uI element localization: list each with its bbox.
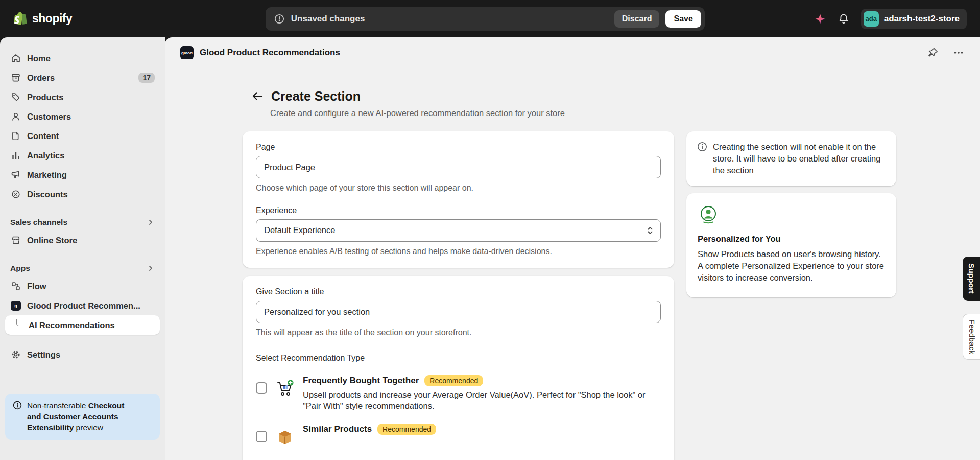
- sidebar-item-online-store[interactable]: Online Store: [5, 231, 160, 250]
- sidebar-item-flow[interactable]: Flow: [5, 277, 160, 296]
- feature-text: Show Products based on user's browsing h…: [698, 248, 885, 284]
- sidebar-item-marketing[interactable]: Marketing: [5, 165, 160, 185]
- home-icon: [10, 53, 21, 63]
- shopify-bag-icon: [13, 11, 28, 27]
- page-subtitle: Create and configure a new AI-powered re…: [270, 108, 674, 118]
- sidebar-item-label: Online Store: [27, 236, 77, 245]
- option-text: Frequently Bought Together Recommended U…: [303, 375, 661, 412]
- experience-selected-value: Default Experience: [264, 225, 335, 235]
- analytics-bars-icon: [10, 150, 21, 160]
- more-actions-icon[interactable]: [952, 47, 965, 59]
- glood-app-icon: glood: [180, 46, 194, 59]
- discounts-percent-icon: [10, 189, 21, 199]
- option-title: Frequently Bought Together: [303, 376, 419, 386]
- sidebar-item-orders[interactable]: Orders 17: [5, 68, 160, 87]
- sidebar-item-customers[interactable]: Customers: [5, 107, 160, 126]
- chevron-right-icon: [147, 264, 155, 272]
- experience-select[interactable]: Default Experience: [256, 219, 661, 242]
- section-title-help: This will appear as the title of the sec…: [256, 327, 661, 338]
- extensibility-notice: Non-transferable Checkout and Customer A…: [5, 394, 160, 440]
- flow-app-icon: [10, 281, 21, 291]
- sidebar-item-label: Home: [27, 54, 51, 63]
- sidebar-item-analytics[interactable]: Analytics: [5, 146, 160, 165]
- discard-button[interactable]: Discard: [614, 10, 660, 28]
- orders-icon: [10, 73, 21, 83]
- experience-field-label: Experience: [256, 206, 661, 215]
- notice-tail: preview: [74, 423, 103, 432]
- store-account-button[interactable]: ada adarsh-test2-store: [861, 9, 967, 29]
- unsaved-changes-bar: Unsaved changes Discard Save: [266, 7, 705, 31]
- chevron-right-icon: [147, 218, 155, 226]
- sidebar-item-label: Products: [27, 93, 64, 102]
- app-title: Glood Product Recommendations: [200, 48, 340, 58]
- sidebar-item-products[interactable]: Products: [5, 87, 160, 107]
- page-field-label: Page: [256, 143, 661, 152]
- topbar: shopify Unsaved changes Discard Save: [0, 0, 980, 37]
- page-help-text: Choose which page of your store this sec…: [256, 182, 661, 194]
- option-text: Similar Products Recommended: [303, 424, 436, 435]
- save-button[interactable]: Save: [665, 10, 701, 28]
- sidebar-item-label: Discounts: [27, 190, 68, 199]
- topbar-center: Unsaved changes Discard Save: [166, 7, 804, 31]
- section-config-card: Give Section a title This will appear as…: [243, 276, 674, 460]
- glood-app-icon: g: [10, 301, 21, 311]
- info-icon: [697, 141, 708, 176]
- gear-icon: [10, 350, 21, 360]
- personalized-for-you-card: Personalized for You Show Products based…: [686, 193, 896, 297]
- sidebar-item-ai-recommendations[interactable]: AI Recommendations: [5, 315, 160, 335]
- similar-products-checkbox[interactable]: [256, 431, 267, 442]
- sidebar-item-settings[interactable]: Settings: [5, 345, 160, 364]
- feature-title: Personalized for You: [698, 234, 885, 244]
- customers-icon: [10, 111, 21, 122]
- feedback-tab[interactable]: Feedback: [963, 314, 980, 360]
- products-tag-icon: [10, 92, 21, 102]
- body-row: Home Orders 17 Products Customers: [0, 37, 980, 460]
- avatar: ada: [864, 11, 879, 27]
- select-stepper-icon: [647, 225, 654, 236]
- sidebar-item-label: Marketing: [27, 170, 67, 180]
- box-icon: [275, 427, 295, 447]
- unsaved-changes-text: Unsaved changes: [291, 14, 608, 24]
- sales-channels-header[interactable]: Sales channels: [5, 214, 160, 231]
- sidebar-item-label: Analytics: [27, 151, 64, 160]
- personalized-person-icon: [698, 204, 885, 226]
- sidebar: Home Orders 17 Products Customers: [0, 37, 165, 460]
- marketing-megaphone-icon: [10, 170, 21, 180]
- page-experience-card: Page Choose which page of your store thi…: [243, 131, 674, 268]
- apps-header[interactable]: Apps: [5, 260, 160, 277]
- sidebar-item-home[interactable]: Home: [5, 49, 160, 68]
- experience-help-text: Experience enables A/B testing of sectio…: [256, 246, 661, 257]
- sidebar-item-discounts[interactable]: Discounts: [5, 185, 160, 204]
- tree-elbow-connector: [16, 319, 23, 326]
- sidebar-item-glood-app[interactable]: g Glood Product Recommen...: [5, 296, 160, 315]
- notifications-bell-icon[interactable]: [838, 13, 850, 25]
- apps-label: Apps: [10, 264, 30, 273]
- page-input[interactable]: [256, 156, 661, 178]
- shopify-admin: shopify Unsaved changes Discard Save: [0, 0, 980, 460]
- app-header: glood Glood Product Recommendations: [165, 37, 980, 68]
- sidebar-item-label: Customers: [27, 112, 71, 122]
- option-similar-products: Similar Products Recommended: [256, 424, 661, 447]
- content-file-icon: [10, 131, 21, 141]
- sidebar-item-label: Orders: [27, 73, 55, 83]
- page-title: Create Section: [271, 88, 361, 104]
- page-content: Create Section Create and configure a ne…: [165, 68, 980, 460]
- back-button[interactable]: [251, 89, 264, 103]
- sales-channels-label: Sales channels: [10, 218, 67, 227]
- recommendation-type-label: Select Recommendation Type: [256, 354, 661, 363]
- notice-lead: Non-transferable: [27, 401, 88, 410]
- orders-count-badge: 17: [138, 73, 155, 83]
- section-title-input[interactable]: [256, 301, 661, 323]
- option-description: Upsell products and increase your Averag…: [303, 389, 661, 412]
- option-title: Similar Products: [303, 424, 372, 434]
- sidebar-item-content[interactable]: Content: [5, 126, 160, 146]
- section-title-label: Give Section a title: [256, 287, 661, 296]
- recommended-badge: Recommended: [424, 375, 483, 386]
- sidekick-icon[interactable]: [814, 13, 826, 25]
- frequently-bought-together-checkbox[interactable]: [256, 382, 267, 394]
- alert-circle-icon: [274, 13, 285, 25]
- shopify-home-link[interactable]: shopify: [13, 11, 166, 27]
- sidebar-item-label: AI Recommendations: [29, 320, 115, 330]
- pin-icon[interactable]: [927, 47, 939, 59]
- support-tab[interactable]: Support: [963, 257, 980, 301]
